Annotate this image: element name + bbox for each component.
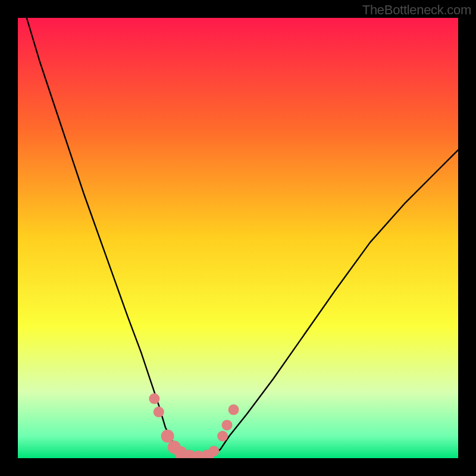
marker-dot [222, 420, 233, 431]
marker-dot [228, 405, 239, 415]
marker-dot [217, 431, 228, 441]
chart-frame: TheBottleneck.com [0, 0, 476, 476]
marker-dot [208, 446, 219, 456]
chart-svg [18, 18, 458, 458]
gradient-background [18, 18, 458, 458]
plot-area [18, 18, 458, 458]
marker-dot [149, 393, 159, 404]
watermark-text: TheBottleneck.com [362, 2, 471, 18]
marker-dot [161, 430, 174, 443]
marker-dot [154, 406, 164, 417]
